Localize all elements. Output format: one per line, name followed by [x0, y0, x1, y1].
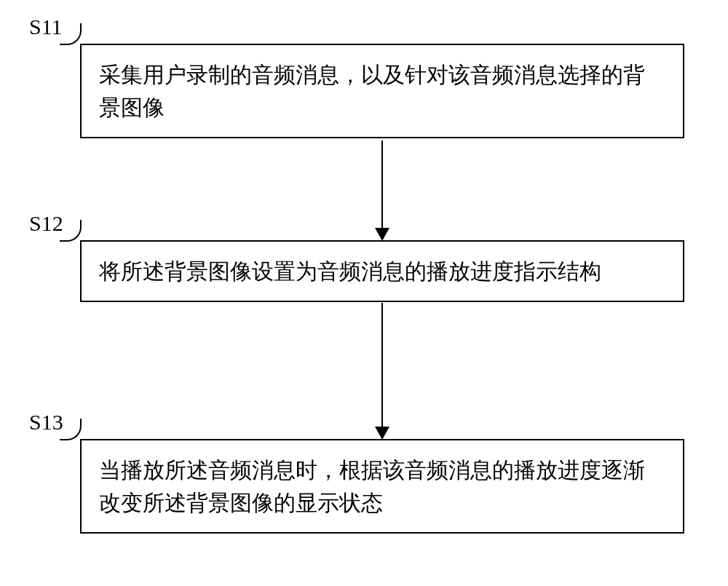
arrow-line-2	[381, 303, 383, 427]
label-connector-s11	[60, 23, 82, 45]
step-label-s11: S11	[29, 15, 63, 39]
arrow-head-1	[375, 228, 389, 241]
step-text-s12: 将所述背景图像设置为音频消息的播放进度指示结构	[99, 259, 601, 283]
step-label-s12: S12	[29, 211, 63, 236]
label-connector-s12	[60, 220, 82, 242]
step-text-s11: 采集用户录制的音频消息，以及针对该音频消息选择的背景图像	[99, 63, 645, 119]
arrow-line-1	[381, 140, 383, 228]
flowchart-container: S11 采集用户录制的音频消息，以及针对该音频消息选择的背景图像 S12 将所述…	[0, 0, 728, 586]
step-box-s11: 采集用户录制的音频消息，以及针对该音频消息选择的背景图像	[80, 44, 684, 138]
arrow-head-2	[375, 427, 389, 440]
label-connector-s13	[60, 419, 82, 440]
step-label-s13: S13	[29, 410, 63, 435]
step-box-s12: 将所述背景图像设置为音频消息的播放进度指示结构	[80, 240, 684, 302]
step-text-s13: 当播放所述音频消息时，根据该音频消息的播放进度逐渐改变所述背景图像的显示状态	[99, 458, 645, 515]
step-box-s13: 当播放所述音频消息时，根据该音频消息的播放进度逐渐改变所述背景图像的显示状态	[80, 439, 684, 534]
